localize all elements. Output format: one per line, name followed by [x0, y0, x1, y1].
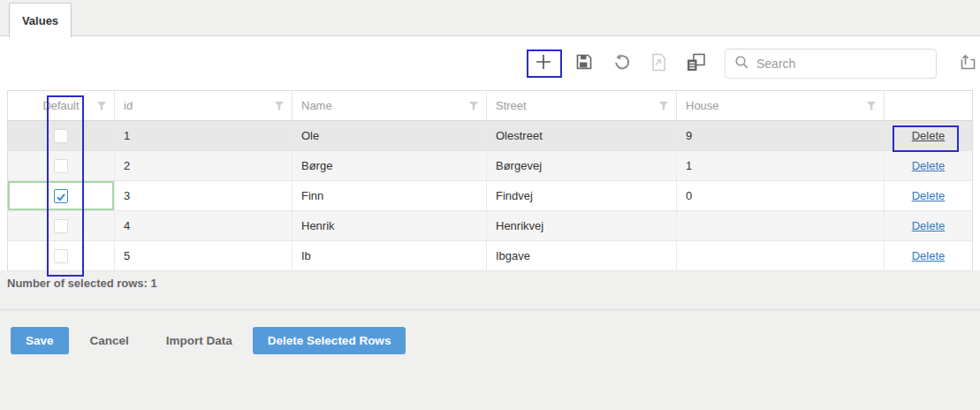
column-header-actions	[885, 91, 973, 121]
table-row[interactable]: 1 Ole Olestreet 9 Delete	[8, 121, 973, 151]
export-button[interactable]	[956, 51, 979, 75]
header-row: Default id Name	[8, 91, 973, 121]
grid-toolbar	[0, 36, 980, 90]
action-cell: Delete	[885, 211, 973, 241]
action-cell: Delete	[885, 121, 973, 151]
action-cell: Delete	[885, 181, 973, 211]
search-input[interactable]	[756, 57, 924, 71]
street-cell: Findvej	[487, 181, 677, 211]
default-checkbox[interactable]	[54, 129, 68, 143]
column-chooser-icon	[686, 52, 706, 75]
column-chooser-button[interactable]	[684, 51, 707, 75]
floppy-save-icon	[575, 53, 593, 73]
table-row[interactable]: 5 Ib Ibgave Delete	[8, 241, 973, 271]
name-cell: Finn	[292, 181, 487, 211]
table-row[interactable]: 4 Henrik Henrikvej Delete	[8, 211, 973, 241]
export-selected-button	[647, 51, 670, 75]
header-label: House	[686, 99, 719, 112]
filter-icon[interactable]	[658, 101, 669, 114]
default-cell-editing	[8, 181, 115, 211]
selected-rows-summary: Number of selected rows: 1	[0, 270, 980, 290]
column-header-name[interactable]: Name	[292, 91, 487, 121]
data-grid: Default id Name	[7, 90, 973, 271]
header-label: Name	[301, 99, 332, 112]
street-cell: Ibgave	[487, 241, 677, 271]
name-cell: Ib	[292, 241, 487, 271]
house-cell: 1	[677, 151, 885, 181]
table-row[interactable]: 3 Finn Findvej 0 Delete	[8, 181, 973, 211]
header-label: Default	[42, 99, 79, 112]
filter-icon[interactable]	[468, 101, 479, 114]
header-label: Street	[496, 99, 527, 112]
house-cell	[677, 241, 885, 271]
tab-values[interactable]: Values	[9, 3, 72, 37]
id-cell: 3	[115, 181, 292, 211]
action-cell: Delete	[885, 151, 973, 181]
default-checkbox[interactable]	[54, 249, 68, 263]
action-cell: Delete	[885, 241, 973, 271]
name-cell: Børge	[292, 151, 487, 181]
revert-changes-button[interactable]	[610, 51, 633, 75]
tab-values-label: Values	[22, 14, 58, 27]
id-cell: 1	[115, 121, 292, 151]
search-box	[725, 49, 937, 79]
delete-link[interactable]: Delete	[912, 189, 946, 202]
street-cell: Børgevej	[487, 151, 677, 181]
filter-icon[interactable]	[274, 101, 285, 114]
filter-icon[interactable]	[96, 101, 107, 114]
id-cell: 4	[115, 211, 292, 241]
default-checkbox[interactable]	[54, 219, 68, 233]
delete-selected-rows-button[interactable]: Delete Selected Rows	[253, 327, 406, 354]
column-header-default[interactable]: Default	[8, 91, 115, 121]
delete-link[interactable]: Delete	[912, 219, 946, 232]
export-tray-icon	[959, 53, 977, 74]
default-cell	[8, 211, 115, 241]
save-button[interactable]: Save	[11, 327, 69, 354]
house-cell	[677, 211, 885, 241]
import-data-button[interactable]: Import Data	[166, 334, 232, 347]
delete-link[interactable]: Delete	[912, 249, 946, 262]
name-cell: Ole	[292, 121, 487, 151]
house-cell: 9	[677, 121, 885, 151]
name-cell: Henrik	[292, 211, 487, 241]
column-header-house[interactable]: House	[677, 91, 885, 121]
add-row-button[interactable]	[528, 51, 558, 75]
id-cell: 2	[115, 151, 292, 181]
house-cell: 0	[677, 181, 885, 211]
default-checkbox-checked[interactable]	[54, 189, 68, 203]
delete-link[interactable]: Delete	[912, 129, 946, 142]
search-icon	[734, 55, 749, 72]
default-cell	[8, 151, 115, 181]
table-row[interactable]: 2 Børge Børgevej 1 Delete	[8, 151, 973, 181]
section-divider	[0, 309, 980, 310]
cancel-button[interactable]: Cancel	[90, 334, 129, 347]
delete-link[interactable]: Delete	[912, 159, 946, 172]
column-header-id[interactable]: id	[115, 91, 292, 121]
tab-bar: Values	[0, 0, 980, 36]
default-checkbox[interactable]	[54, 159, 68, 173]
content-panel: Default id Name	[0, 36, 980, 270]
street-cell: Olestreet	[487, 121, 677, 151]
undo-icon	[612, 53, 631, 74]
default-cell	[8, 241, 115, 271]
filter-icon[interactable]	[866, 101, 877, 114]
default-cell	[8, 121, 115, 151]
document-export-icon	[650, 53, 667, 74]
id-cell: 5	[115, 241, 292, 271]
action-button-row: Save Cancel Import Data Delete Selected …	[11, 327, 980, 354]
column-header-street[interactable]: Street	[487, 91, 677, 121]
header-label: id	[124, 99, 133, 112]
plus-icon	[534, 52, 553, 74]
street-cell: Henrikvej	[487, 211, 677, 241]
save-changes-button[interactable]	[573, 51, 596, 75]
